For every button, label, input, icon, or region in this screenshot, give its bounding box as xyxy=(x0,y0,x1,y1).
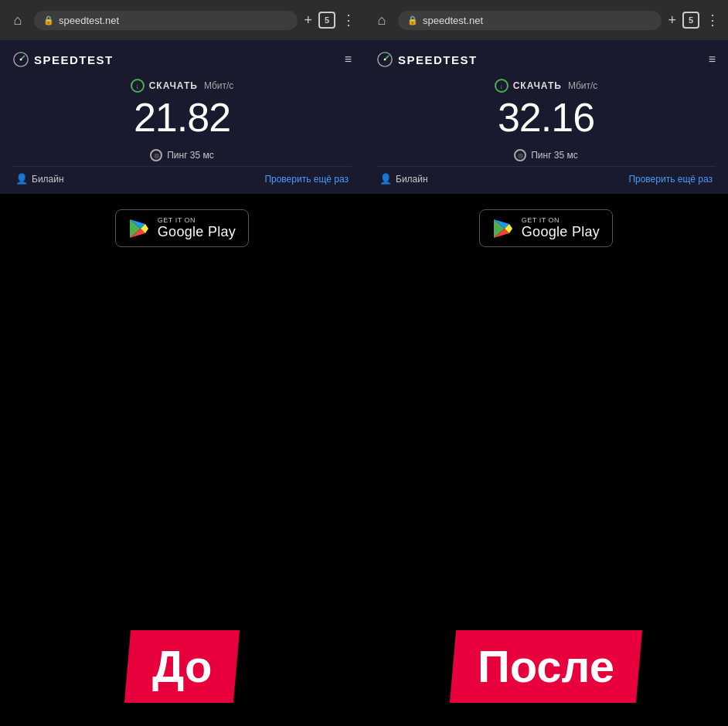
ping-text-before: Пинг 35 мс xyxy=(167,150,214,161)
speed-section-before: ↓ СКАЧАТЬ Мбит/с 21.82 xyxy=(12,76,352,146)
address-bar-after[interactable]: 🔒 speedtest.net xyxy=(398,11,662,30)
home-icon-after[interactable]: ⌂ xyxy=(372,10,392,30)
label-text-before: До xyxy=(152,644,212,689)
google-play-store-text-before: Google Play xyxy=(158,224,236,240)
speedtest-footer-after: 👤 Билайн Проверить ещё раз xyxy=(376,166,716,185)
user-icon-after: 👤 xyxy=(379,173,392,185)
content-area-before: GET IT ON Google Play До xyxy=(0,194,364,726)
tab-count-before[interactable]: 5 xyxy=(318,12,335,29)
play-text-before: GET IT ON Google Play xyxy=(158,216,236,240)
download-icon-after: ↓ xyxy=(495,79,509,93)
label-banner-container-after: После xyxy=(364,630,728,726)
google-play-btn-before[interactable]: GET IT ON Google Play xyxy=(115,209,249,247)
play-logo-before xyxy=(128,218,150,239)
unit-before: Мбит/с xyxy=(204,80,233,91)
unit-after: Мбит/с xyxy=(568,80,597,91)
new-tab-before[interactable]: + xyxy=(304,12,312,29)
panel-after: ⌂ 🔒 speedtest.net + 5 ⋮ SPEEDTEST ≡ ↓ xyxy=(364,0,728,726)
isp-name-after: Билайн xyxy=(396,174,428,185)
browser-chrome-after: ⌂ 🔒 speedtest.net + 5 ⋮ xyxy=(364,0,728,40)
hamburger-menu-after[interactable]: ≡ xyxy=(709,53,716,66)
speed-label-before: ↓ СКАЧАТЬ Мбит/с xyxy=(12,79,352,93)
speed-value-before: 21.82 xyxy=(12,96,352,140)
speedtest-header-before: SPEEDTEST ≡ xyxy=(12,51,352,68)
svg-point-1 xyxy=(20,59,22,61)
lock-icon-after: 🔒 xyxy=(407,15,418,25)
url-text-before: speedtest.net xyxy=(59,15,119,26)
speedtest-gauge-icon-after xyxy=(376,51,393,68)
menu-before[interactable]: ⋮ xyxy=(342,12,356,29)
tab-count-after[interactable]: 5 xyxy=(682,12,699,29)
play-text-after: GET IT ON Google Play xyxy=(522,216,600,240)
label-banner-container-before: До xyxy=(0,630,364,726)
retest-btn-after[interactable]: Проверить ещё раз xyxy=(628,174,713,185)
speed-label-after: ↓ СКАЧАТЬ Мбит/с xyxy=(376,79,716,93)
ping-text-after: Пинг 35 мс xyxy=(531,150,578,161)
speedtest-logo-text-before: SPEEDTEST xyxy=(34,53,114,66)
new-tab-after[interactable]: + xyxy=(668,12,676,29)
hamburger-menu-before[interactable]: ≡ xyxy=(345,53,352,66)
speed-value-after: 32.16 xyxy=(376,96,716,140)
google-play-store-text-after: Google Play xyxy=(522,224,600,240)
ping-section-before: ◎ Пинг 35 мс xyxy=(12,149,352,161)
label-text-after: После xyxy=(478,644,614,689)
download-icon-before: ↓ xyxy=(131,79,145,93)
content-area-after: GET IT ON Google Play После xyxy=(364,194,728,726)
speedtest-area-after: SPEEDTEST ≡ ↓ СКАЧАТЬ Мбит/с 32.16 ◎ Пин… xyxy=(364,40,728,194)
ping-icon-before: ◎ xyxy=(150,149,162,161)
get-it-on-after: GET IT ON xyxy=(522,216,600,224)
download-label-after: СКАЧАТЬ xyxy=(513,80,562,91)
download-label-before: СКАЧАТЬ xyxy=(149,80,198,91)
address-bar-before[interactable]: 🔒 speedtest.net xyxy=(34,11,298,30)
home-icon[interactable]: ⌂ xyxy=(8,10,28,30)
svg-point-7 xyxy=(384,59,386,61)
speedtest-logo-text-after: SPEEDTEST xyxy=(398,53,478,66)
ping-section-after: ◎ Пинг 35 мс xyxy=(376,149,716,161)
panel-before: ⌂ 🔒 speedtest.net + 5 ⋮ SPEEDTEST ≡ xyxy=(0,0,364,726)
get-it-on-before: GET IT ON xyxy=(158,216,236,224)
google-play-btn-after[interactable]: GET IT ON Google Play xyxy=(479,209,613,247)
retest-btn-before[interactable]: Проверить ещё раз xyxy=(264,174,349,185)
speedtest-header-after: SPEEDTEST ≡ xyxy=(376,51,716,68)
lock-icon-before: 🔒 xyxy=(43,15,54,25)
url-text-after: speedtest.net xyxy=(423,15,483,26)
speedtest-gauge-icon-before xyxy=(12,51,29,68)
speed-section-after: ↓ СКАЧАТЬ Мбит/с 32.16 xyxy=(376,76,716,146)
isp-name-before: Билайн xyxy=(32,174,64,185)
speedtest-footer-before: 👤 Билайн Проверить ещё раз xyxy=(12,166,352,185)
browser-chrome-before: ⌂ 🔒 speedtest.net + 5 ⋮ xyxy=(0,0,364,40)
menu-after[interactable]: ⋮ xyxy=(706,12,720,29)
speedtest-logo-before: SPEEDTEST xyxy=(12,51,114,68)
isp-info-before: 👤 Билайн xyxy=(15,173,64,185)
user-icon-before: 👤 xyxy=(15,173,28,185)
speedtest-logo-after: SPEEDTEST xyxy=(376,51,478,68)
isp-info-after: 👤 Билайн xyxy=(379,173,428,185)
label-banner-before: До xyxy=(124,630,240,703)
play-logo-after xyxy=(492,218,514,239)
speedtest-area-before: SPEEDTEST ≡ ↓ СКАЧАТЬ Мбит/с 21.82 ◎ Пин… xyxy=(0,40,364,194)
label-banner-after: После xyxy=(450,630,642,703)
ping-icon-after: ◎ xyxy=(514,149,526,161)
